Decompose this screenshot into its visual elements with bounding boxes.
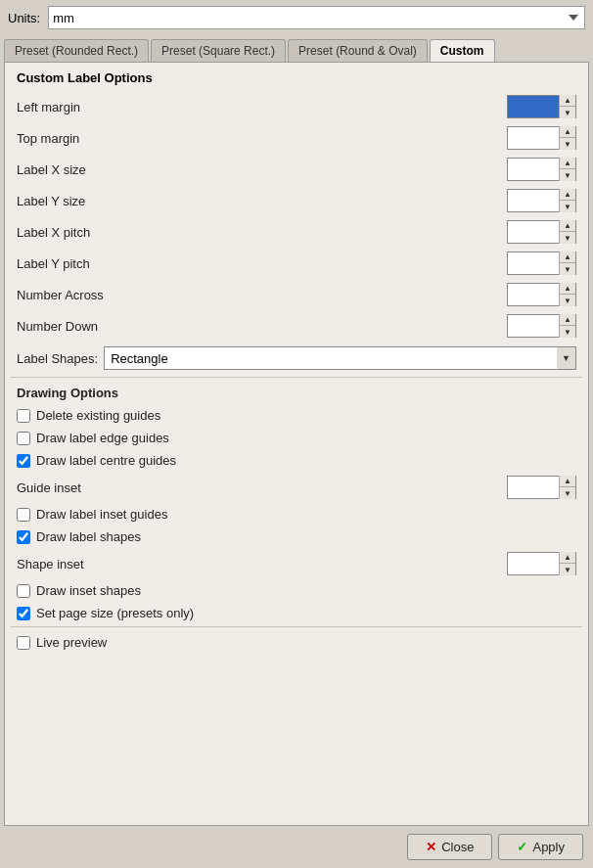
delete-guides-label: Delete existing guides <box>36 408 160 423</box>
draw-edge-guides-row: Draw label edge guides <box>5 427 588 449</box>
tab-preset-round-oval[interactable]: Preset (Round & Oval) <box>288 39 428 62</box>
left-margin-input[interactable]: 8.5 <box>508 96 559 117</box>
number-down-spinner-btns: ▲ ▼ <box>559 314 575 338</box>
label-shapes-select[interactable]: Rectangle Round Rectangle Round Oval <box>104 346 576 370</box>
tab-preset-rounded[interactable]: Preset (Rounded Rect.) <box>4 39 149 62</box>
top-margin-row: Top margin 13.0 ▲ ▼ <box>5 122 588 154</box>
label-x-pitch-input[interactable]: 39.0 <box>508 221 559 243</box>
apply-icon: ✓ <box>517 840 527 854</box>
drawing-options-title: Drawing Options <box>5 380 588 404</box>
units-select[interactable]: mm cm inch pt <box>48 6 585 29</box>
tab-custom[interactable]: Custom <box>430 39 495 62</box>
live-preview-row: Live preview <box>5 629 588 656</box>
section-separator-2 <box>11 626 582 627</box>
top-margin-spinner-btns: ▲ ▼ <box>559 126 575 150</box>
label-shapes-select-wrap: Rectangle Round Rectangle Round Oval ▼ <box>104 346 576 370</box>
label-x-pitch-up[interactable]: ▲ <box>560 220 575 232</box>
label-shapes-row: Label Shapes: Rectangle Round Rectangle … <box>5 342 588 375</box>
tab-preset-square[interactable]: Preset (Square Rect.) <box>151 39 286 62</box>
draw-centre-guides-row: Draw label centre guides <box>5 449 588 472</box>
label-shapes-label: Label Shapes: <box>17 351 98 366</box>
label-x-size-row: Label X size 50.0 ▲ ▼ <box>5 154 588 185</box>
label-y-size-input[interactable]: 37.0 <box>508 190 559 211</box>
label-y-size-up[interactable]: ▲ <box>560 189 575 201</box>
shape-inset-label: Shape inset <box>17 557 507 571</box>
main-content: Custom Label Options Left margin 8.5 ▲ ▼… <box>4 62 589 826</box>
label-x-pitch-label: Label X pitch <box>17 225 507 240</box>
number-down-up[interactable]: ▲ <box>560 314 575 326</box>
shape-inset-spinner: 5.0 ▲ ▼ <box>507 552 576 575</box>
number-across-input[interactable]: 3 <box>508 284 559 305</box>
live-preview-checkbox[interactable] <box>17 636 30 650</box>
label-y-size-label: Label Y size <box>17 194 507 208</box>
number-down-input[interactable]: 7 <box>508 315 559 337</box>
number-across-spinner-btns: ▲ ▼ <box>559 283 575 306</box>
tabs-bar: Preset (Rounded Rect.) Preset (Square Re… <box>0 35 593 62</box>
custom-label-options-title: Custom Label Options <box>5 63 588 91</box>
draw-inset-shapes-row: Draw inset shapes <box>5 579 588 602</box>
label-y-size-spinner: 37.0 ▲ ▼ <box>507 189 576 212</box>
number-down-down[interactable]: ▼ <box>560 326 575 338</box>
label-y-pitch-down[interactable]: ▼ <box>560 263 575 275</box>
label-y-pitch-input[interactable]: 39.0 <box>508 252 559 274</box>
left-margin-label: Left margin <box>17 100 507 114</box>
left-margin-down[interactable]: ▼ <box>560 107 575 118</box>
label-x-size-label: Label X size <box>17 162 507 177</box>
draw-edge-guides-label: Draw label edge guides <box>36 431 169 445</box>
apply-button[interactable]: ✓ Apply <box>498 834 583 860</box>
guide-inset-spinner: 5.0 ▲ ▼ <box>507 476 576 499</box>
guide-inset-spinner-btns: ▲ ▼ <box>559 476 575 499</box>
shape-inset-input[interactable]: 5.0 <box>508 553 559 574</box>
label-x-size-input[interactable]: 50.0 <box>508 159 559 180</box>
units-label: Units: <box>8 11 40 25</box>
section-separator <box>11 377 582 378</box>
label-x-size-spinner-btns: ▲ ▼ <box>559 158 575 181</box>
label-x-pitch-down[interactable]: ▼ <box>560 232 575 244</box>
left-margin-up[interactable]: ▲ <box>560 95 575 107</box>
guide-inset-input[interactable]: 5.0 <box>508 477 559 498</box>
top-margin-input[interactable]: 13.0 <box>508 127 559 149</box>
draw-centre-guides-checkbox[interactable] <box>17 454 30 468</box>
number-across-row: Number Across 3 ▲ ▼ <box>5 279 588 310</box>
draw-label-shapes-label: Draw label shapes <box>36 529 141 544</box>
shape-inset-spinner-btns: ▲ ▼ <box>559 552 575 575</box>
draw-inset-shapes-checkbox[interactable] <box>17 584 30 598</box>
label-x-size-spinner: 50.0 ▲ ▼ <box>507 158 576 181</box>
label-y-pitch-label: Label Y pitch <box>17 256 507 271</box>
delete-guides-checkbox[interactable] <box>17 409 30 423</box>
shape-inset-up[interactable]: ▲ <box>560 552 575 564</box>
draw-centre-guides-label: Draw label centre guides <box>36 453 176 468</box>
label-x-size-down[interactable]: ▼ <box>560 169 575 181</box>
top-margin-up[interactable]: ▲ <box>560 126 575 138</box>
label-y-size-row: Label Y size 37.0 ▲ ▼ <box>5 185 588 216</box>
top-margin-label: Top margin <box>17 131 507 146</box>
draw-edge-guides-checkbox[interactable] <box>17 432 30 445</box>
units-bar: Units: mm cm inch pt <box>0 0 593 35</box>
set-page-size-row: Set page size (presets only) <box>5 602 588 624</box>
number-down-spinner: 7 ▲ ▼ <box>507 314 576 338</box>
number-down-label: Number Down <box>17 319 507 334</box>
label-y-size-spinner-btns: ▲ ▼ <box>559 189 575 212</box>
bottom-bar: ✕ Close ✓ Apply <box>0 826 593 868</box>
live-preview-label: Live preview <box>36 635 107 650</box>
top-margin-down[interactable]: ▼ <box>560 138 575 150</box>
label-y-pitch-up[interactable]: ▲ <box>560 251 575 263</box>
left-margin-spinner: 8.5 ▲ ▼ <box>507 95 576 118</box>
shape-inset-down[interactable]: ▼ <box>560 564 575 575</box>
left-margin-row: Left margin 8.5 ▲ ▼ <box>5 91 588 122</box>
label-x-pitch-spinner-btns: ▲ ▼ <box>559 220 575 244</box>
close-button[interactable]: ✕ Close <box>407 834 492 860</box>
draw-label-shapes-checkbox[interactable] <box>17 530 30 544</box>
set-page-size-checkbox[interactable] <box>17 607 30 620</box>
number-across-down[interactable]: ▼ <box>560 295 575 306</box>
label-x-size-up[interactable]: ▲ <box>560 158 575 169</box>
draw-inset-guides-checkbox[interactable] <box>17 508 30 522</box>
label-y-size-down[interactable]: ▼ <box>560 201 575 212</box>
number-across-up[interactable]: ▲ <box>560 283 575 295</box>
draw-inset-guides-row: Draw label inset guides <box>5 503 588 525</box>
guide-inset-up[interactable]: ▲ <box>560 476 575 487</box>
drawing-options-section: Drawing Options Delete existing guides D… <box>5 380 588 624</box>
draw-inset-shapes-label: Draw inset shapes <box>36 583 141 598</box>
draw-inset-guides-label: Draw label inset guides <box>36 507 167 522</box>
guide-inset-down[interactable]: ▼ <box>560 487 575 499</box>
